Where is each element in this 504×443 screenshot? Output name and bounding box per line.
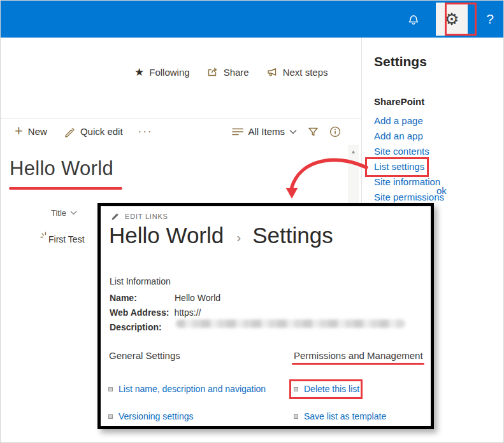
change-the-look-link-fragment[interactable]: ok bbox=[436, 185, 447, 196]
chevron-down-icon bbox=[289, 129, 297, 134]
settings-panel-title: Settings bbox=[374, 54, 504, 69]
link-versioning-settings[interactable]: Versioning settings bbox=[108, 411, 194, 421]
breadcrumb-chevron-icon: › bbox=[236, 230, 241, 245]
help-question-icon: ? bbox=[486, 11, 494, 27]
column-chevron-icon bbox=[70, 211, 77, 215]
quick-edit-button[interactable]: Quick edit bbox=[59, 126, 128, 137]
help-button[interactable]: ? bbox=[475, 1, 504, 38]
edit-links-pencil-icon bbox=[111, 212, 120, 221]
web-address-redacted-blur bbox=[176, 320, 405, 328]
column-title-label: Title bbox=[51, 208, 66, 218]
square-bullet-icon bbox=[108, 387, 113, 391]
vertical-scrollbar[interactable]: ▲ bbox=[348, 145, 359, 204]
notifications-button[interactable] bbox=[399, 1, 428, 38]
filter-button[interactable] bbox=[307, 126, 319, 137]
annotation-underline-hello-world bbox=[9, 187, 122, 190]
view-name-label: All Items bbox=[248, 126, 285, 137]
name-label: Name: bbox=[110, 293, 175, 303]
share-label: Share bbox=[224, 67, 249, 78]
view-selector[interactable]: All Items bbox=[232, 126, 297, 137]
link-delete-this-list[interactable]: Delete this list bbox=[294, 384, 359, 394]
row-title-label: First Test bbox=[48, 234, 85, 244]
info-row-description: Description: bbox=[110, 322, 175, 332]
bell-icon bbox=[407, 12, 421, 26]
column-header-title[interactable]: Title bbox=[51, 208, 77, 218]
plus-icon: + bbox=[15, 124, 23, 138]
panel-link-add-a-page[interactable]: Add a page bbox=[374, 113, 504, 129]
sharepoint-screenshot: ⚙ ? Settings SharePoint Add a page Add a… bbox=[0, 0, 504, 443]
info-row-name: Name: Hello World bbox=[110, 293, 220, 303]
command-bar: + New Quick edit ··· bbox=[1, 118, 361, 144]
web-address-value: https:// bbox=[174, 307, 431, 328]
permissions-management-heading: Permissions and Management bbox=[294, 350, 423, 361]
next-steps-label: Next steps bbox=[283, 67, 328, 78]
square-bullet-icon bbox=[294, 414, 298, 419]
square-bullet-icon bbox=[294, 387, 298, 391]
settings-panel-section-sharepoint: SharePoint bbox=[374, 96, 504, 107]
list-settings-popup: EDIT LINKS Hello World › Settings List I… bbox=[97, 203, 434, 429]
more-commands-button[interactable]: ··· bbox=[134, 125, 157, 138]
link-save-list-as-template[interactable]: Save list as template bbox=[294, 411, 386, 421]
share-button[interactable]: Share bbox=[206, 66, 249, 78]
link-label: Versioning settings bbox=[119, 411, 194, 421]
info-button[interactable] bbox=[329, 126, 341, 137]
panel-link-site-contents[interactable]: Site contents bbox=[374, 144, 504, 159]
new-button[interactable]: + New bbox=[10, 125, 52, 138]
link-list-name-description-navigation[interactable]: List name, description and navigation bbox=[108, 384, 266, 394]
description-label: Description: bbox=[110, 322, 175, 332]
settings-gear-button[interactable]: ⚙ bbox=[436, 3, 468, 36]
following-label: Following bbox=[149, 67, 189, 78]
edit-links-label: EDIT LINKS bbox=[125, 213, 168, 220]
suite-bar: ⚙ ? bbox=[1, 1, 504, 38]
list-title: Hello World bbox=[10, 157, 113, 180]
link-label: List name, description and navigation bbox=[119, 384, 266, 394]
list-information-heading: List Information bbox=[110, 276, 171, 286]
view-list-icon bbox=[232, 127, 243, 136]
panel-link-list-settings[interactable]: List settings bbox=[374, 159, 504, 174]
link-label: Save list as template bbox=[304, 411, 386, 421]
quick-edit-label: Quick edit bbox=[80, 126, 123, 137]
new-item-sparkle-icon bbox=[40, 232, 47, 239]
megaphone-icon bbox=[266, 66, 278, 78]
name-value: Hello World bbox=[175, 293, 220, 303]
general-settings-heading: General Settings bbox=[109, 350, 180, 361]
panel-link-add-an-app[interactable]: Add an app bbox=[374, 129, 504, 144]
breadcrumb-list-name[interactable]: Hello World bbox=[109, 223, 224, 248]
list-row-first-test[interactable]: First Test bbox=[40, 234, 85, 244]
star-icon: ★ bbox=[134, 67, 144, 78]
scroll-up-arrow-icon[interactable]: ▲ bbox=[351, 149, 356, 204]
pencil-icon bbox=[64, 126, 75, 137]
share-icon bbox=[206, 66, 219, 78]
new-label: New bbox=[28, 126, 47, 137]
breadcrumb-page-name: Settings bbox=[252, 223, 333, 248]
page-actions: ★ Following Share Next steps bbox=[134, 64, 328, 80]
link-label: Delete this list bbox=[304, 384, 359, 394]
edit-links-button[interactable]: EDIT LINKS bbox=[111, 212, 168, 221]
gear-icon: ⚙ bbox=[444, 11, 459, 27]
next-steps-button[interactable]: Next steps bbox=[266, 66, 328, 78]
square-bullet-icon bbox=[108, 414, 113, 419]
following-button[interactable]: ★ Following bbox=[134, 67, 190, 78]
settings-breadcrumb: Hello World › Settings bbox=[109, 223, 333, 248]
